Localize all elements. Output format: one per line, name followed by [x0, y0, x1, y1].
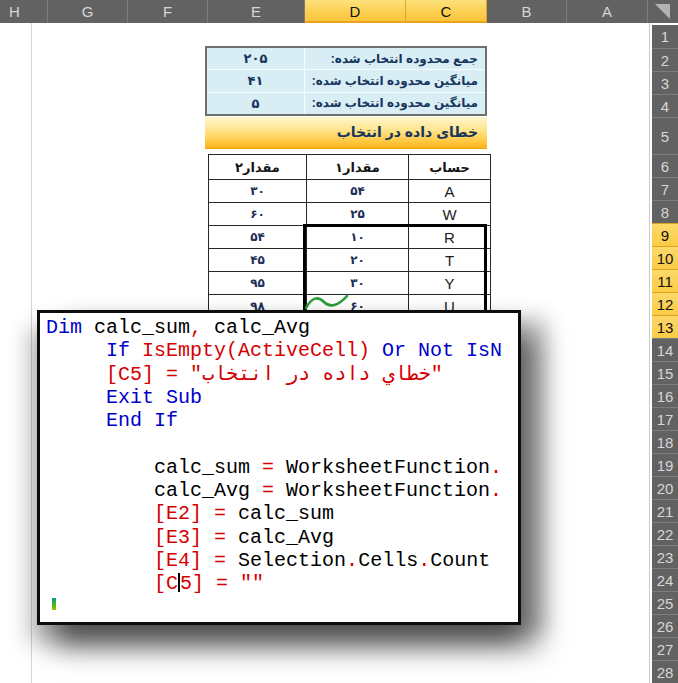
code-segment: =	[214, 526, 226, 549]
row-header-13[interactable]: 13	[652, 315, 678, 338]
summary-value-cell[interactable]: ۴۱	[207, 70, 305, 91]
summary-label-cell[interactable]: جمع محدوده انتخاب شده:	[305, 48, 485, 69]
code-segment: Count	[430, 549, 490, 572]
code-segment: calc_Avg	[226, 526, 334, 549]
summary-label-cell[interactable]: میانگین محدوده انتخاب شده:	[305, 93, 485, 114]
column-title-value1[interactable]: مقدار۱	[307, 155, 409, 180]
column-header-C[interactable]: C	[406, 0, 487, 23]
column-header-B[interactable]: B	[487, 0, 567, 23]
gridline-left	[31, 23, 32, 683]
row-header-9[interactable]: 9	[652, 223, 678, 246]
summary-label-cell[interactable]: میانگین محدوده انتخاب شده:	[305, 70, 485, 91]
summary-row-3: ۵میانگین محدوده انتخاب شده:	[207, 92, 485, 114]
column-title-account[interactable]: حساب	[409, 155, 491, 180]
row-header-27[interactable]: 27	[652, 637, 678, 660]
code-editor-text: Dim calc_sum, calc_Avg If IsEmpty(Active…	[40, 313, 518, 596]
code-segment: [C	[154, 572, 178, 595]
row-header-24[interactable]: 24	[652, 568, 678, 591]
code-segment: calc_Avg	[46, 479, 262, 502]
code-segment: calc_Avg	[202, 316, 310, 339]
row-header-6[interactable]: 6	[652, 154, 678, 177]
cell-value2-W[interactable]: ۶۰	[209, 203, 307, 226]
cell-value2-R[interactable]: ۵۴	[209, 226, 307, 249]
code-line-7: calc_sum = WorksheetFunction.	[46, 456, 518, 479]
row-header-21[interactable]: 21	[652, 499, 678, 522]
row-header-28[interactable]: 28	[652, 660, 678, 683]
cell-value2-T[interactable]: ۴۵	[209, 249, 307, 272]
column-header-F[interactable]: F	[128, 0, 208, 23]
cell-value1-A[interactable]: ۵۴	[307, 180, 409, 203]
code-segment: [E3]	[154, 526, 202, 549]
row-header-2[interactable]: 2	[652, 48, 678, 71]
row-header-12[interactable]: 12	[652, 292, 678, 315]
cell-value2-A[interactable]: ۳۰	[209, 180, 307, 203]
code-line-12: [C5] = ""	[46, 572, 518, 595]
code-segment: Or Not IsN	[382, 339, 502, 362]
row-header-10[interactable]: 10	[652, 246, 678, 269]
column-header-D[interactable]: D	[305, 0, 406, 23]
row-header-14[interactable]: 14	[652, 338, 678, 361]
code-segment	[202, 549, 214, 572]
code-segment: Cells	[358, 549, 418, 572]
code-segment	[228, 572, 240, 595]
column-header-E[interactable]: E	[208, 0, 305, 23]
edit-cursor-mark-icon	[52, 598, 56, 610]
code-segment: Selection	[226, 549, 346, 572]
row-header-22[interactable]: 22	[652, 522, 678, 545]
row-header-20[interactable]: 20	[652, 476, 678, 499]
code-segment: [E4]	[154, 549, 202, 572]
cell-account-T[interactable]: T	[409, 249, 491, 272]
cell-account-R[interactable]: R	[409, 226, 491, 249]
row-header-15[interactable]: 15	[652, 361, 678, 384]
code-segment	[46, 549, 154, 572]
cell-value1-T[interactable]: ۲۰	[307, 249, 409, 272]
column-header-A[interactable]: A	[567, 0, 648, 23]
cell-account-A[interactable]: A	[409, 180, 491, 203]
column-header-H[interactable]: H	[0, 0, 48, 23]
code-segment: ,	[190, 316, 202, 339]
row-header-18[interactable]: 18	[652, 430, 678, 453]
code-line-8: calc_Avg = WorksheetFunction.	[46, 479, 518, 502]
code-segment	[46, 502, 154, 525]
column-header-bar: HGFEDCBA	[0, 0, 650, 23]
row-header-5[interactable]: 5	[652, 117, 678, 154]
code-segment: .	[490, 456, 502, 479]
code-segment: End If	[46, 409, 178, 432]
row-header-4[interactable]: 4	[652, 94, 678, 117]
code-line-5: End If	[46, 409, 518, 432]
row-header-26[interactable]: 26	[652, 614, 678, 637]
cell-value1-W[interactable]: ۲۵	[307, 203, 409, 226]
row-header-8[interactable]: 8	[652, 200, 678, 223]
code-segment	[46, 526, 154, 549]
row-header-25[interactable]: 25	[652, 591, 678, 614]
cell-value1-Y[interactable]: ۳۰	[307, 272, 409, 295]
cell-account-W[interactable]: W	[409, 203, 491, 226]
code-segment: calc_sum	[82, 316, 190, 339]
row-header-7[interactable]: 7	[652, 177, 678, 200]
code-segment: ""	[240, 572, 264, 595]
code-segment	[46, 572, 154, 595]
cell-account-Y[interactable]: Y	[409, 272, 491, 295]
column-header-G[interactable]: G	[48, 0, 128, 23]
row-header-19[interactable]: 19	[652, 453, 678, 476]
row-header-23[interactable]: 23	[652, 545, 678, 568]
cell-value2-Y[interactable]: ۹۵	[209, 272, 307, 295]
row-header-1[interactable]: 1	[652, 25, 678, 48]
cell-value1-R[interactable]: ۱۰	[307, 226, 409, 249]
code-line-11: [E4] = Selection.Cells.Count	[46, 549, 518, 572]
error-banner-cell[interactable]: خطای داده در انتخاب	[205, 117, 487, 149]
row-header-17[interactable]: 17	[652, 407, 678, 430]
row-header-16[interactable]: 16	[652, 384, 678, 407]
code-segment: IsEmpty(ActiveCell)	[142, 339, 370, 362]
code-segment: .	[418, 549, 430, 572]
code-segment: =	[262, 479, 274, 502]
row-header-11[interactable]: 11	[652, 269, 678, 292]
code-segment: calc_sum	[46, 456, 262, 479]
code-segment: .	[346, 549, 358, 572]
summary-value-cell[interactable]: ۲۰۵	[207, 48, 305, 69]
code-line-9: [E2] = calc_sum	[46, 502, 518, 525]
column-title-value2[interactable]: مقدار۲	[209, 155, 307, 180]
select-all-button[interactable]	[650, 0, 678, 23]
row-header-3[interactable]: 3	[652, 71, 678, 94]
summary-value-cell[interactable]: ۵	[207, 93, 305, 114]
